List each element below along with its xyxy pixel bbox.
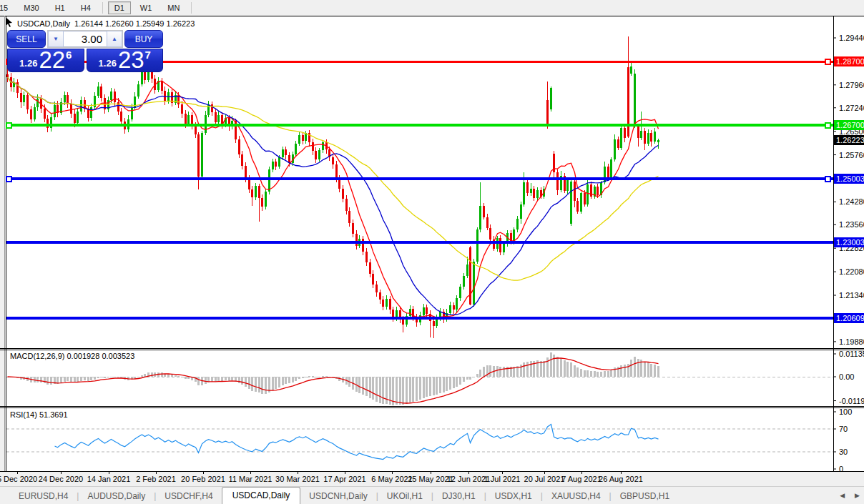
svg-text:26 Aug 2021: 26 Aug 2021 [599,475,643,483]
buy-price-pip: 7 [145,49,151,61]
svg-text:1.20609: 1.20609 [836,314,864,322]
cursor-arrow-icon [6,18,12,27]
svg-text:1.27960: 1.27960 [839,81,864,89]
svg-text:5 Dec 2020: 5 Dec 2020 [0,475,37,483]
date-axis: 5 Dec 202024 Dec 202014 Jan 20212 Feb 20… [0,472,643,483]
svg-text:14 Jan 2021: 14 Jan 2021 [87,475,131,483]
buy-price-prefix: 1.26 [99,58,117,69]
svg-text:2 Feb 2021: 2 Feb 2021 [136,475,176,483]
volume-decrease-button[interactable]: ▼ [48,31,64,47]
svg-text:1.21340: 1.21340 [839,291,864,300]
svg-text:30 Mar 2021: 30 Mar 2021 [275,475,320,483]
tab-scroll-right-icon[interactable]: ▶ [855,492,860,499]
svg-text:0.01135: 0.01135 [839,350,864,358]
chart-tab-xauusd[interactable]: XAUUSD,H4 [543,488,609,504]
one-click-trading-panel: SELL ▼ 3.00 ▲ BUY 1.26 22 6 1.26 23 7 [7,30,163,72]
svg-text:100: 100 [839,407,852,416]
svg-text:1.23560: 1.23560 [839,220,864,229]
chart-tab-ukoil[interactable]: UKOil,H1 [378,488,431,504]
svg-text:1.19880: 1.19880 [839,337,864,346]
macd-panel [6,352,833,405]
svg-text:1 Jul 2021: 1 Jul 2021 [484,475,521,483]
macd-label: MACD(12,26,9) 0.001928 0.003523 [10,352,134,360]
svg-text:1.22080: 1.22080 [839,267,864,276]
chart-tab-usdcad[interactable]: USDCAD,Daily [222,487,301,504]
chart-title: USDCAD,Daily 1.26144 1.26260 1.25949 1.2… [17,19,195,28]
svg-text:20 Jul 2021: 20 Jul 2021 [524,475,565,483]
macd-axis: 0.011350.00-0.01190 [833,350,864,405]
sell-price-prefix: 1.26 [19,58,37,69]
sell-button[interactable]: SELL [7,30,46,48]
svg-text:17 Apr 2021: 17 Apr 2021 [323,475,365,483]
chart-tab-gbpusd[interactable]: GBPUSD,H1 [612,488,678,504]
candles-layer [6,36,659,338]
svg-text:1.26223: 1.26223 [836,136,864,144]
svg-text:7 Aug 2021: 7 Aug 2021 [561,475,602,483]
chart-tab-bar: EURUSD,H4|AUDUSD,Daily|USDCHF,H4USDCAD,D… [0,486,864,504]
svg-text:20 Feb 2021: 20 Feb 2021 [181,475,225,483]
chart-tab-audusd[interactable]: AUDUSD,Daily [79,488,154,504]
svg-text:70: 70 [839,425,848,433]
svg-text:11 Mar 2021: 11 Mar 2021 [229,475,273,483]
chart-tab-usdchf[interactable]: USDCHF,H4 [156,488,221,504]
svg-text:1.23003: 1.23003 [836,238,864,247]
rsi-axis: 10070300 [833,407,852,473]
svg-text:1.26700: 1.26700 [836,121,864,129]
rsi-panel [6,425,833,460]
sell-quote-panel[interactable]: 1.26 22 6 [7,49,84,72]
sell-price-big: 22 [39,49,65,71]
buy-button[interactable]: BUY [124,30,163,48]
tab-scroll-arrows: ◀ ▶ [840,492,860,499]
buy-quote-panel[interactable]: 1.26 23 7 [87,49,164,72]
chart-tab-dj30[interactable]: DJ30,H1 [433,488,484,504]
svg-text:0.00: 0.00 [839,372,854,381]
svg-text:1.24280: 1.24280 [839,197,864,206]
volume-stepper: ▼ 3.00 ▲ [47,30,123,48]
sell-price-pip: 6 [66,49,72,61]
svg-text:1.27240: 1.27240 [839,104,864,112]
horizontal-lines-layer[interactable] [6,59,833,320]
svg-text:24 Dec 2020: 24 Dec 2020 [39,475,83,483]
volume-input[interactable]: 3.00 [64,31,107,47]
chart-canvas: 1.294401.279601.272401.265001.257601.242… [0,0,864,504]
svg-text:1.25003: 1.25003 [836,174,864,183]
svg-text:1.28700: 1.28700 [836,57,864,66]
chart-tab-usdx[interactable]: USDX,H1 [486,488,541,504]
tab-scroll-left-icon[interactable]: ◀ [840,492,845,499]
svg-text:1.29440: 1.29440 [839,34,864,42]
svg-text:-0.01190: -0.01190 [839,397,864,405]
mt4-window: 15M30H1H4D1W1MN 1.294401.279601.272401.2… [0,0,864,504]
chart-tab-eurusd[interactable]: EURUSD,H4 [10,488,77,504]
volume-increase-button[interactable]: ▲ [107,31,122,47]
svg-text:30: 30 [839,448,848,456]
svg-text:1.25760: 1.25760 [839,151,864,159]
svg-text:0: 0 [839,465,843,473]
svg-text:6 May 2021: 6 May 2021 [371,475,412,483]
rsi-label: RSI(14) 51.3691 [10,410,68,419]
buy-price-big: 23 [118,49,144,71]
chart-tab-usdcnh[interactable]: USDCNH,Daily [300,488,375,504]
